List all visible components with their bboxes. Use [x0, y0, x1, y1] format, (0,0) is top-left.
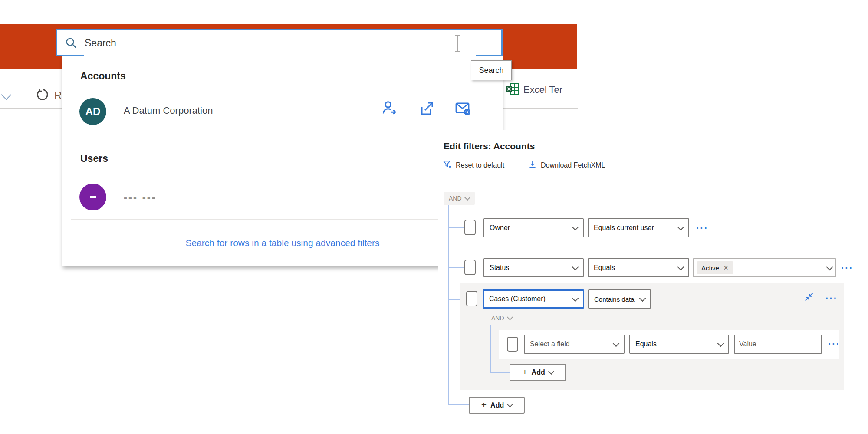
search-box: [56, 29, 503, 56]
row-more-commands-button[interactable]: ···: [841, 263, 853, 273]
operator-dropdown[interactable]: Equals: [629, 335, 729, 354]
email-link-button[interactable]: [454, 100, 472, 118]
chevron-down-icon: [548, 368, 554, 375]
share-icon: [418, 99, 435, 118]
text-cursor: [455, 35, 460, 52]
remove-tag-icon[interactable]: ✕: [723, 264, 729, 271]
assign-person-icon: [381, 99, 398, 118]
search-input[interactable]: [84, 30, 476, 56]
avatar: [79, 184, 106, 210]
chevron-down-icon: [464, 194, 470, 201]
group-operator-dropdown[interactable]: AND: [489, 312, 515, 325]
flyout-divider: [71, 136, 495, 136]
value-tag: Active ✕: [697, 261, 733, 274]
chevron-down-icon: [677, 263, 684, 270]
add-condition-button[interactable]: + Add: [510, 364, 566, 381]
operator-dropdown[interactable]: Equals current user: [588, 218, 689, 237]
filter-reset-icon: [443, 160, 452, 171]
filter-panel-title: Edit filters: Accounts: [444, 141, 535, 151]
value-input[interactable]: [734, 335, 822, 354]
row-checkbox[interactable]: [507, 337, 518, 352]
advanced-filters-link[interactable]: Search for rows in a table using advance…: [62, 238, 503, 248]
chevron-down-icon: [717, 340, 724, 347]
screen: R Excel Ter Accounts AD A Datum Corporat…: [0, 0, 868, 434]
chevron-down-icon: [572, 263, 579, 270]
excel-templates-button[interactable]: Excel Ter: [505, 82, 577, 98]
chevron-down-icon: [639, 295, 646, 302]
download-icon: [528, 160, 537, 171]
tree-connector: [448, 299, 460, 300]
account-result-name: A Datum Corporation: [124, 105, 213, 116]
collapse-group-button[interactable]: [803, 291, 815, 305]
chevron-down-icon: [506, 314, 513, 320]
operator-dropdown[interactable]: Equals: [588, 258, 689, 277]
grid-row-line: [0, 240, 62, 240]
field-dropdown-focused[interactable]: Cases (Customer): [483, 289, 584, 309]
chevron-down-icon: [677, 224, 684, 230]
collapse-icon: [803, 297, 815, 304]
panel-divider: [438, 182, 868, 182]
plus-icon: +: [522, 367, 527, 377]
users-section-title: Users: [80, 153, 108, 164]
tree-connector: [448, 404, 469, 405]
search-tooltip: Search: [471, 60, 512, 80]
search-icon: [65, 36, 78, 51]
reset-to-default-label: Reset to default: [456, 161, 504, 169]
account-result-row[interactable]: AD A Datum Corporation: [62, 96, 503, 129]
row-checkbox[interactable]: [466, 291, 477, 306]
row-more-commands-button[interactable]: ···: [825, 294, 838, 303]
assign-button[interactable]: [380, 100, 398, 118]
field-dropdown[interactable]: Status: [483, 258, 584, 277]
filter-panel: Edit filters: Accounts Reset to default …: [438, 130, 868, 434]
tree-connector: [448, 205, 449, 405]
add-condition-button[interactable]: + Add: [469, 397, 525, 414]
chevron-down-icon: [613, 340, 620, 347]
nested-condition-row: Select a field Equals ···: [499, 330, 839, 359]
grid-row-line: [0, 200, 62, 200]
operator-dropdown[interactable]: Contains data: [588, 289, 651, 309]
flyout-divider: [71, 219, 495, 220]
tree-connector: [490, 326, 491, 373]
refresh-button[interactable]: R: [35, 87, 62, 104]
chevron-down-icon: [507, 401, 513, 407]
related-entity-group: Cases (Customer) Contains data ··· AND: [460, 283, 844, 390]
row-checkbox[interactable]: [464, 260, 476, 275]
accounts-section-title: Accounts: [80, 70, 126, 82]
search-flyout: Accounts AD A Datum Corporation: [62, 56, 503, 266]
download-fetchxml-label: Download FetchXML: [541, 161, 605, 169]
field-dropdown[interactable]: Select a field: [524, 335, 625, 354]
root-operator-dropdown[interactable]: AND: [444, 192, 475, 205]
reset-to-default-button[interactable]: Reset to default: [443, 160, 504, 171]
chevron-down-icon: [572, 295, 579, 302]
field-dropdown[interactable]: Owner: [483, 218, 584, 237]
avatar: AD: [79, 98, 106, 125]
refresh-label: R: [54, 89, 62, 102]
chevron-down-icon: [826, 263, 833, 270]
chevron-down-icon: [572, 224, 579, 230]
refresh-icon: [35, 87, 50, 104]
user-result-name: --- ---: [124, 191, 157, 204]
excel-icon: [505, 82, 519, 98]
row-more-commands-button[interactable]: ···: [828, 339, 840, 349]
plus-icon: +: [481, 400, 487, 410]
chevron-down-icon[interactable]: [1, 89, 11, 100]
share-button[interactable]: [418, 100, 436, 118]
excel-templates-label: Excel Ter: [523, 84, 562, 95]
tree-connector: [490, 372, 510, 373]
row-more-commands-button[interactable]: ···: [696, 224, 708, 233]
row-checkbox[interactable]: [464, 220, 476, 235]
email-link-icon: [454, 99, 472, 118]
user-result-row[interactable]: --- ---: [62, 182, 503, 215]
download-fetchxml-button[interactable]: Download FetchXML: [528, 160, 605, 171]
value-combobox[interactable]: Active ✕: [693, 258, 836, 277]
dash-glyph: [90, 196, 96, 198]
